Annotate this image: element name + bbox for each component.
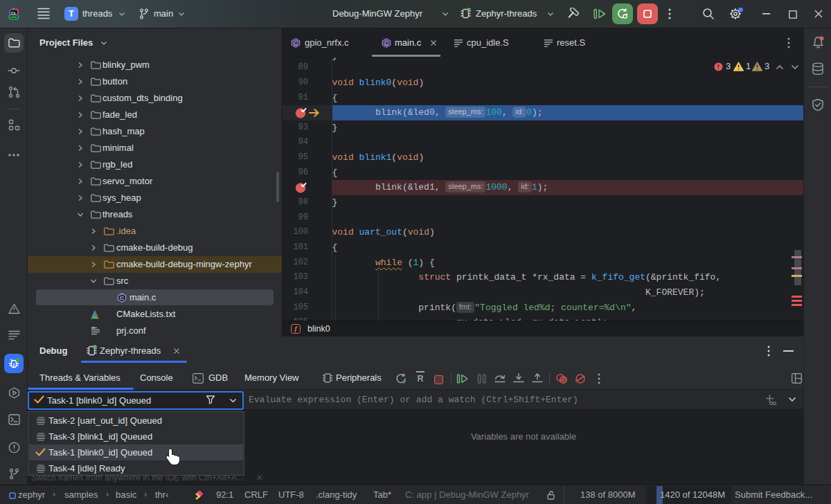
svg-text:C: C	[294, 41, 297, 46]
svg-text:C: C	[120, 295, 124, 301]
svg-text:CL: CL	[11, 10, 17, 15]
svg-text:C: C	[384, 41, 388, 46]
